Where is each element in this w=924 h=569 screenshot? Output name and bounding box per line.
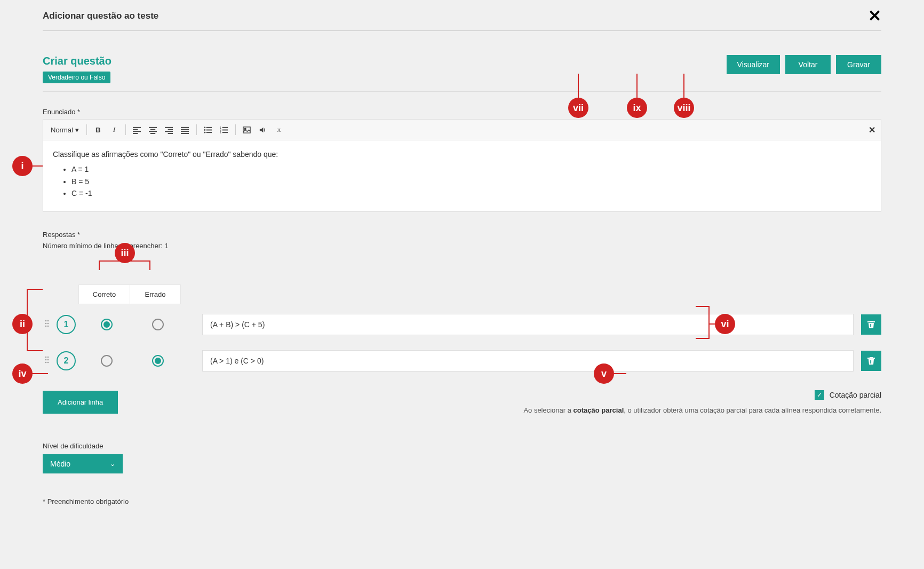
svg-point-36 — [45, 357, 47, 358]
callout-iv: iv — [12, 363, 33, 384]
col-header-correct: Correto — [78, 284, 130, 304]
drag-handle-icon[interactable] — [43, 320, 51, 329]
formula-icon[interactable]: π — [272, 123, 286, 137]
svg-rect-1 — [133, 129, 138, 130]
svg-point-31 — [47, 320, 49, 322]
align-right-icon[interactable] — [162, 123, 176, 137]
close-icon[interactable]: ✕ — [868, 6, 881, 25]
svg-rect-4 — [149, 127, 157, 128]
editor-body[interactable]: Classifique as afirmações como "Correto"… — [43, 140, 881, 212]
audio-icon[interactable] — [256, 123, 270, 137]
image-icon[interactable] — [240, 123, 254, 137]
svg-rect-3 — [133, 133, 138, 134]
save-button[interactable]: Gravar — [836, 55, 881, 74]
bullet-list-icon[interactable] — [201, 123, 215, 137]
svg-point-39 — [47, 359, 49, 361]
italic-icon[interactable]: I — [107, 123, 121, 137]
row-number: 1 — [57, 315, 76, 334]
svg-rect-9 — [168, 129, 173, 130]
format-select[interactable]: Normal ▾ — [47, 124, 82, 136]
svg-point-34 — [45, 326, 47, 327]
callout-i: i — [12, 156, 33, 176]
difficulty-label: Nível de dificuldade — [43, 442, 881, 450]
svg-rect-5 — [150, 129, 155, 130]
preview-button[interactable]: Visualizar — [727, 55, 780, 74]
svg-rect-2 — [133, 131, 141, 132]
callout-ii: ii — [12, 314, 33, 334]
align-left-icon[interactable] — [130, 123, 144, 137]
svg-rect-14 — [181, 131, 189, 132]
svg-rect-12 — [181, 127, 189, 128]
bold-icon[interactable]: B — [91, 123, 105, 137]
svg-point-18 — [204, 129, 206, 131]
col-header-wrong: Errado — [130, 284, 181, 304]
svg-point-37 — [47, 357, 49, 358]
modal-title: Adicionar questão ao teste — [43, 11, 158, 21]
drag-handle-icon[interactable] — [43, 356, 51, 365]
svg-point-33 — [47, 323, 49, 325]
editor-label: Enunciado * — [43, 108, 881, 116]
svg-rect-11 — [168, 133, 173, 134]
page-title: Criar questão — [43, 55, 111, 67]
svg-rect-19 — [206, 129, 212, 130]
partial-grade-label: Cotação parcial — [830, 391, 881, 399]
svg-rect-6 — [149, 131, 157, 132]
radio-wrong[interactable] — [152, 319, 164, 330]
svg-rect-21 — [206, 132, 212, 133]
radio-correct[interactable] — [101, 355, 113, 367]
svg-point-41 — [47, 362, 49, 363]
chevron-down-icon: ⌄ — [110, 460, 115, 468]
editor-list-item: B = 5 — [71, 176, 871, 187]
svg-rect-8 — [165, 127, 173, 128]
delete-row-button[interactable] — [861, 314, 881, 335]
numbered-list-icon[interactable]: 123 — [217, 123, 231, 137]
svg-point-40 — [45, 362, 47, 363]
editor-text-line: Classifique as afirmações como "Correto"… — [53, 148, 871, 160]
svg-text:3: 3 — [220, 131, 221, 134]
svg-point-30 — [45, 320, 47, 322]
editor-list-item: A = 1 — [71, 163, 871, 175]
required-footnote: * Preenchimento obrigatório — [43, 497, 881, 505]
svg-rect-17 — [206, 127, 212, 128]
svg-point-35 — [47, 326, 49, 327]
align-justify-icon[interactable] — [178, 123, 192, 137]
question-type-badge: Verdadeiro ou Falso — [43, 72, 110, 83]
answers-min-lines: Número mínimo de linhas a preencher: 1 — [43, 242, 881, 250]
align-center-icon[interactable] — [146, 123, 160, 137]
difficulty-select[interactable]: Médio ⌄ — [43, 454, 123, 473]
svg-rect-7 — [150, 133, 155, 134]
partial-grade-checkbox[interactable]: ✓ — [815, 390, 824, 400]
svg-point-29 — [245, 128, 246, 130]
svg-point-16 — [204, 127, 206, 128]
answer-text-input[interactable] — [202, 350, 854, 372]
svg-rect-23 — [222, 127, 228, 128]
editor-list-item: C = -1 — [71, 187, 871, 199]
svg-rect-10 — [165, 131, 173, 132]
svg-rect-0 — [133, 127, 141, 128]
answers-label: Respostas * — [43, 231, 881, 239]
answer-row: 2 — [43, 350, 881, 372]
svg-point-32 — [45, 323, 47, 325]
row-number: 2 — [57, 351, 76, 370]
answer-text-input[interactable] — [202, 314, 854, 335]
svg-point-38 — [45, 359, 47, 361]
delete-row-button[interactable] — [861, 351, 881, 371]
svg-rect-27 — [222, 132, 228, 133]
radio-correct[interactable] — [101, 319, 113, 330]
radio-wrong[interactable] — [152, 355, 164, 367]
add-line-button[interactable]: Adicionar linha — [43, 391, 118, 414]
svg-rect-15 — [181, 133, 189, 134]
partial-grade-description: Ao selecionar a cotação parcial, o utili… — [43, 405, 881, 416]
svg-rect-25 — [222, 129, 228, 130]
svg-rect-13 — [181, 129, 189, 130]
answer-row: 1 — [43, 314, 881, 335]
svg-point-20 — [204, 131, 206, 133]
editor-toolbar: Normal ▾ B I 123 π ✕ — [43, 119, 881, 140]
back-button[interactable]: Voltar — [785, 55, 831, 74]
editor-close-icon[interactable]: ✕ — [869, 125, 875, 135]
